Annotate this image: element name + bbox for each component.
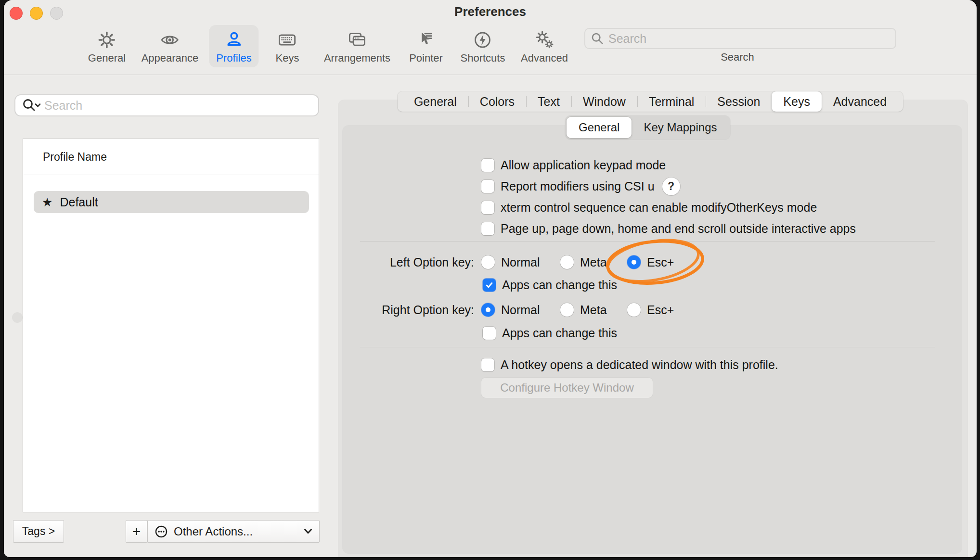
gears-icon [521,28,568,51]
toolbar-item-advanced[interactable]: Advanced [514,25,575,67]
toolbar-item-label: Profiles [216,52,251,64]
profile-search-field[interactable] [14,94,319,116]
checkbox-label: xterm control sequence can enable modify… [501,201,817,215]
tab-general[interactable]: General [402,91,468,112]
profile-tab-bar: General Colors Text Window Terminal Sess… [398,91,903,112]
ellipsis-circle-icon [155,525,168,538]
toolbar-item-general[interactable]: General [81,25,133,67]
section-divider [360,241,935,242]
radio-left-option-esc[interactable]: Esc+ [627,254,674,270]
toolbar-item-appearance[interactable]: Appearance [134,25,206,67]
checkbox-modify-other-keys[interactable]: xterm control sequence can enable modify… [481,199,817,216]
radio-label: Esc+ [647,255,674,269]
toolbar-search-field[interactable] [584,28,896,49]
checkbox-label: Apps can change this [502,326,617,340]
tab-text[interactable]: Text [526,91,571,112]
checkbox-allow-keypad-mode[interactable]: Allow application keypad mode [481,157,666,173]
cursor-icon [409,28,443,51]
tab-advanced[interactable]: Advanced [822,91,898,112]
radio-left-option-normal[interactable]: Normal [481,254,540,270]
checkbox-left-apps-can-change[interactable]: Apps can change this [483,277,617,293]
profile-list-header: Profile Name [23,139,319,175]
keys-subtab-bar: General Key Mappings [565,115,730,140]
checkbox-unchecked [481,358,494,371]
toolbar-item-pointer[interactable]: Pointer [402,25,450,67]
checkbox-label: Apps can change this [502,278,617,292]
tab-keys[interactable]: Keys [772,91,822,112]
tab-terminal[interactable]: Terminal [637,91,706,112]
preferences-window: Preferences General [4,0,977,557]
checkbox-label: Allow application keypad mode [501,158,666,172]
screenshot-root: Preferences General [0,0,980,560]
checkbox-label: A hotkey opens a dedicated window with t… [501,358,778,372]
radio-right-option-esc[interactable]: Esc+ [627,302,674,318]
checkbox-hotkey-window[interactable]: A hotkey opens a dedicated window with t… [481,356,778,373]
tab-session[interactable]: Session [706,91,772,112]
tab-window[interactable]: Window [571,91,637,112]
profile-row-default[interactable]: ★ Default [34,191,309,213]
titlebar-toolbar: Preferences General [4,0,977,75]
tags-button[interactable]: Tags > [13,520,64,543]
radio-unselected [481,255,495,269]
toolbar-item-label: Advanced [521,52,568,64]
gear-icon [88,28,126,51]
profile-search-input[interactable] [43,98,318,113]
radio-label: Meta [580,303,607,317]
radio-selected [627,255,641,269]
radio-label: Esc+ [647,303,674,317]
checkbox-label: Report modifiers using CSI u [501,179,655,193]
toolbar-item-label: Appearance [142,52,199,64]
search-scope-icon [21,98,43,113]
pane-splitter-handle[interactable] [12,312,23,323]
checkbox-right-apps-can-change[interactable]: Apps can change this [483,325,617,341]
subtab-general[interactable]: General [567,117,632,138]
checkbox-checked [483,279,496,292]
toolbar-search-input[interactable] [607,31,895,46]
checkbox-unchecked [481,201,494,214]
section-divider [360,347,935,347]
checkbox-page-scroll[interactable]: Page up, page down, home and end scroll … [481,220,856,237]
chevron-down-icon [304,528,312,535]
radio-right-option-normal[interactable]: Normal [481,302,540,318]
profile-name: Default [60,195,98,209]
toolbar-item-profiles[interactable]: Profiles [209,25,258,67]
toolbar-item-label: Keys [276,52,299,64]
other-actions-dropdown[interactable]: Other Actions... [147,520,320,543]
profile-list[interactable]: Profile Name ★ Default [23,139,319,512]
toolbar-item-keys[interactable]: Keys [269,25,307,67]
default-star-icon: ★ [42,195,52,209]
windows-icon [324,28,390,51]
radio-right-option-meta[interactable]: Meta [560,302,607,318]
checkbox-unchecked [481,180,494,193]
configure-hotkey-window-button[interactable]: Configure Hotkey Window [481,378,653,398]
tab-colors[interactable]: Colors [468,91,526,112]
toolbar-item-label: Arrangements [324,52,390,64]
radio-label: Normal [501,303,540,317]
radio-label: Normal [501,255,540,269]
toolbar-item-arrangements[interactable]: Arrangements [317,25,398,67]
checkbox-csi-u[interactable]: Report modifiers using CSI u ? [481,178,680,194]
right-option-key-label: Right Option key: [336,302,474,318]
radio-unselected [560,303,574,317]
checkbox-unchecked [483,327,496,340]
person-icon [216,28,251,51]
toolbar-search-caption: Search [670,51,805,64]
search-icon [590,31,605,46]
toolbar-item-label: Shortcuts [461,52,505,64]
checkbox-unchecked [481,222,494,235]
window-title: Preferences [4,4,977,19]
add-profile-button[interactable]: + [126,520,147,543]
bolt-circle-icon [461,28,505,51]
radio-left-option-meta[interactable]: Meta [560,254,607,270]
checkmark-icon [485,280,494,290]
checkbox-label: Page up, page down, home and end scroll … [501,222,856,236]
subtab-key-mappings[interactable]: Key Mappings [632,117,729,138]
other-actions-label: Other Actions... [174,525,304,538]
radio-unselected [560,255,574,269]
toolbar-item-shortcuts[interactable]: Shortcuts [453,25,513,67]
radio-label: Meta [580,255,607,269]
toolbar-item-label: General [88,52,126,64]
keyboard-icon [276,28,299,51]
checkbox-unchecked [481,159,494,172]
help-button[interactable]: ? [662,178,680,195]
